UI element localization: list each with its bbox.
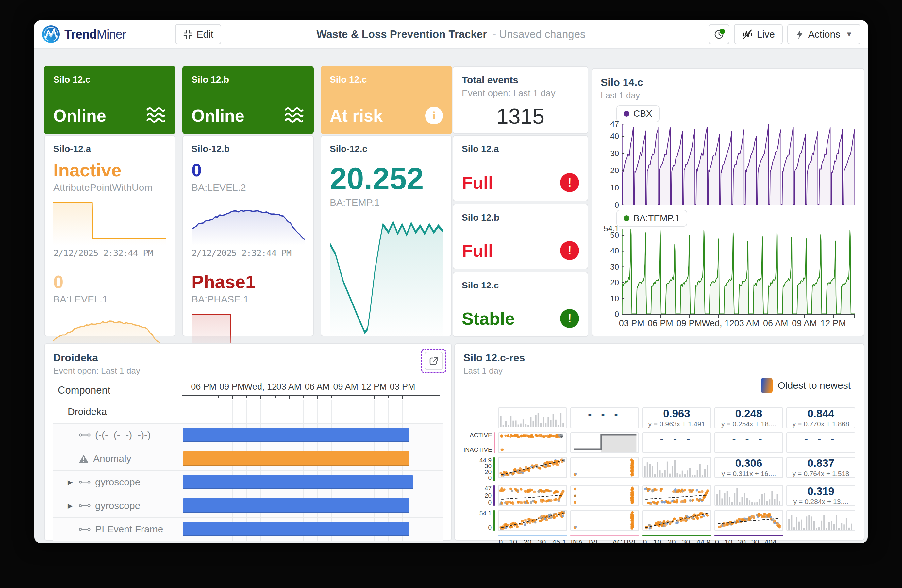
matrix-row-tick-labels: ACTIVEINACTIVE — [464, 432, 492, 453]
x-tick-label: 20 — [523, 538, 531, 543]
alert-value: Full — [462, 172, 493, 193]
trend-chart — [622, 229, 855, 314]
matrix-cell-r3c3 — [642, 457, 711, 478]
x-tick — [775, 315, 776, 318]
status-tile-name: Silo 12.c — [330, 75, 443, 85]
y-tick-label: 20 — [610, 278, 619, 287]
y-axis-labels: 54.150403020100 — [601, 229, 622, 314]
gantt-axis-minor-tick — [417, 396, 417, 397]
gantt-axis-tick — [402, 396, 403, 399]
correlation-value: 0.319 — [807, 486, 835, 497]
metric-label: BA:PHASE.1 — [191, 294, 305, 305]
x-tick-label: 10 — [509, 538, 517, 543]
matrix-cell-r5c3 — [642, 510, 711, 531]
chevron-down-icon: ▼ — [846, 30, 853, 39]
gantt-axis-minor-tick — [303, 396, 304, 397]
alert-tile-silo-12-b[interactable]: Silo 12.bFull! — [453, 204, 588, 269]
x-tick-label: 10 — [725, 538, 732, 543]
status-tile-silo-12-c[interactable]: Silo 12.cOnline — [44, 66, 175, 134]
gantt-axis-tick — [289, 396, 290, 399]
trendminer-logo-icon — [42, 25, 61, 44]
gantt-bar[interactable] — [183, 499, 409, 513]
metric-value: Inactive — [53, 161, 166, 180]
x-tick-label: 30 — [538, 538, 546, 543]
alert-tile-silo-12-c[interactable]: Silo 12.cStable! — [453, 272, 588, 337]
gantt-bar[interactable] — [183, 475, 413, 489]
panel-title: Silo 14.c — [601, 77, 855, 89]
live-button[interactable]: Live — [734, 24, 783, 44]
tile-total-events[interactable]: Total events Event open: Last 1 day 1315 — [453, 66, 588, 134]
status-tile-silo-12-c[interactable]: Silo 12.cAt riski — [321, 66, 452, 134]
sparkline — [191, 197, 305, 246]
refresh-schedule-button[interactable] — [709, 24, 730, 44]
tile-title: Silo-12.b — [191, 144, 305, 154]
actions-button-label: Actions — [808, 29, 840, 40]
gantt-time-axis: 06 PM09 PMWed, 1203 AM06 AM09 AM12 PM03 … — [182, 381, 443, 399]
matrix-cell-r4c4 — [714, 485, 783, 506]
alert-tile-name: Silo 12.a — [462, 144, 579, 154]
gantt-gridline — [431, 400, 431, 423]
x-tick — [689, 315, 690, 318]
sparkline — [53, 197, 166, 246]
gantt-row-plot — [182, 494, 443, 517]
panel-silo-12c-res[interactable]: Silo 12.c-res Last 1 day Oldest to newes… — [454, 343, 864, 541]
x-tick-label: 12 PM — [820, 319, 846, 328]
y-tick-label: 0 — [615, 310, 619, 319]
gantt-axis-minor-tick — [360, 396, 360, 397]
metric-label: BA:LEVEL.2 — [191, 182, 305, 193]
matrix-cell-r2c2 — [570, 432, 639, 453]
gantt-axis-tick — [346, 396, 346, 399]
gantt-bar[interactable] — [183, 428, 409, 442]
gantt-gridline — [374, 400, 375, 423]
matrix-col-axis-line — [714, 535, 783, 536]
alert-exclamation-icon: ! — [560, 173, 579, 192]
waves-icon — [283, 106, 305, 125]
matrix-cell-r1c5: 0.844y = 0.770x + 1.868 — [786, 407, 855, 428]
matrix-col-axis-3: 0102030404... — [714, 535, 783, 543]
gantt-gridline — [360, 400, 360, 423]
gantt-axis-tick — [204, 396, 204, 399]
x-tick-label: 45.1 — [552, 538, 566, 543]
gantt-row-label-cell: ▶gyroscope — [53, 494, 182, 517]
expand-caret-icon[interactable]: ▶ — [67, 502, 74, 510]
app-window: TrendMiner Edit Waste & Loss Prevention … — [34, 20, 868, 543]
actions-button[interactable]: Actions ▼ — [787, 24, 860, 44]
matrix-col-axis-line — [570, 535, 639, 536]
metric-value: Phase1 — [191, 272, 305, 292]
gantt-bar[interactable] — [183, 522, 409, 536]
tile-silo-12c[interactable]: Silo-12.c 20.252 BA:TEMP.1 2/12/2025 3:1… — [321, 135, 452, 336]
alert-tile-silo-12-a[interactable]: Silo 12.aFull! — [453, 135, 588, 201]
matrix-row-axis-3: 47200 — [464, 485, 495, 506]
edit-button[interactable]: Edit — [175, 24, 222, 44]
expand-caret-icon[interactable]: ▶ — [67, 478, 74, 486]
gantt-gridline — [417, 424, 417, 447]
alert-value: Stable — [462, 308, 515, 328]
panel-droideka[interactable]: Droideka Event open: Last 1 day Componen… — [44, 343, 452, 541]
tile-silo-12b[interactable]: Silo-12.b 0 BA:LEVEL.2 2/12/2025 2:32:44… — [182, 135, 314, 336]
warning-icon — [79, 454, 89, 463]
gantt-axis-tick — [232, 396, 233, 399]
gantt-axis-minor-tick — [331, 396, 332, 397]
gantt-gridline — [431, 471, 431, 494]
gantt-axis-tick — [317, 396, 318, 399]
correlation-empty: - - - — [715, 433, 783, 445]
metric-value: 20.252 — [330, 163, 443, 195]
matrix-cell-r3c4: 0.306y = 0.311x + 16.... — [714, 457, 783, 478]
gantt-bar[interactable] — [183, 452, 409, 466]
panel-silo-14c[interactable]: Silo 14.c Last 1 day CBX47403020100BA:TE… — [592, 68, 864, 336]
scatter-matrix: - - -0.963y = 0.963x + 1.4910.248y = 0.2… — [464, 407, 855, 543]
logo-text-light: Miner — [96, 27, 126, 41]
gantt-axis-label: 06 PM — [191, 382, 216, 392]
open-in-new-button[interactable] — [424, 352, 443, 370]
matrix-cell-r2c4: - - - — [714, 432, 783, 453]
matrix-cell-r3c2 — [570, 457, 639, 478]
header: TrendMiner Edit Waste & Loss Prevention … — [34, 20, 868, 49]
matrix-cell-r1c3: 0.963y = 0.963x + 1.491 — [642, 407, 711, 428]
status-tile-silo-12-b[interactable]: Silo 12.bOnline — [182, 66, 314, 134]
metric-label: BA:TEMP.1 — [330, 197, 443, 208]
gantt-gridline — [417, 518, 417, 541]
fit-equation: y = 0.764x + 1.518 — [792, 470, 849, 478]
matrix-row-axis-2: 44.930200 — [464, 457, 495, 481]
tile-silo-12a[interactable]: Silo-12.a Inactive AttributePointWithUom… — [44, 135, 175, 336]
metric-value: 0 — [53, 272, 166, 292]
